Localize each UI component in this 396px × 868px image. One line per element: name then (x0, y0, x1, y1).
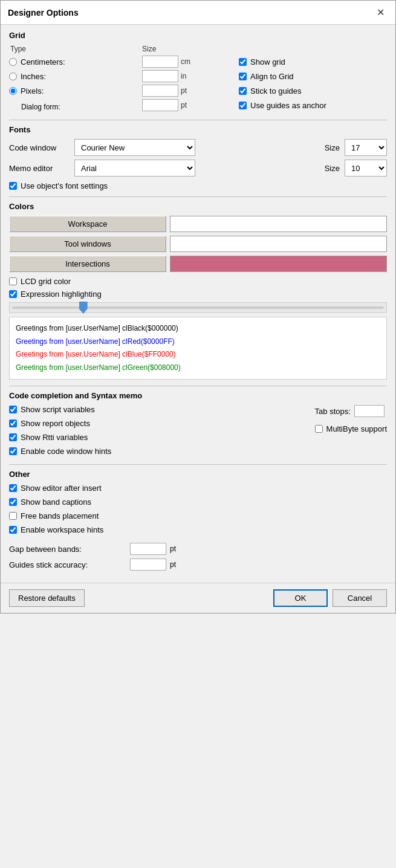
show-rtti-checkbox[interactable] (9, 433, 17, 441)
workspace-color-btn[interactable]: Workspace (9, 216, 166, 232)
designer-options-dialog: Designer Options ✕ Grid Type Size (0, 0, 396, 614)
memo-size-select[interactable]: 10 12 14 (345, 160, 387, 177)
guides-accuracy-label: Guides stick accuracy: (9, 560, 130, 569)
colors-section: Colors Workspace Tool windows Intersecti… (9, 202, 387, 380)
gap-unit: pt (170, 545, 176, 553)
free-bands-checkbox[interactable] (9, 512, 17, 520)
show-script-checkbox[interactable] (9, 406, 17, 413)
tab-stops-input[interactable]: 2 (354, 405, 385, 417)
memo-font-select[interactable]: Arial Courier New Times New Roman (74, 160, 195, 177)
dialog-footer: Restore defaults OK Cancel (1, 583, 395, 613)
workspace-color-swatch (170, 216, 387, 232)
show-editor-label: Show editor after insert (21, 484, 102, 493)
show-editor-checkbox[interactable] (9, 484, 17, 492)
use-guides-row: Use guides as anchor (239, 99, 387, 111)
code-completion-section: Code completion and Syntax memo Show scr… (9, 391, 387, 458)
dialog-size-input[interactable]: 4 (142, 99, 178, 111)
multibyte-row: MultiByte support (315, 424, 387, 433)
show-editor-row: Show editor after insert (9, 484, 387, 493)
expr-highlighting-checkbox[interactable] (9, 290, 17, 298)
use-guides-checkbox[interactable] (239, 102, 247, 109)
show-rtti-label: Show Rtti variables (21, 433, 88, 442)
dialog-size-row: 4 pt (142, 99, 239, 111)
gap-fields: Gap between bands: 4 pt Guides stick acc… (9, 543, 387, 571)
lcd-row: LCD grid color (9, 277, 387, 286)
enable-hints-checkbox[interactable] (9, 447, 17, 455)
stick-guides-row: Stick to guides (239, 85, 387, 97)
grid-section-label: Grid (9, 31, 387, 40)
align-grid-label: Align to Grid (250, 72, 294, 81)
title-bar: Designer Options ✕ (1, 1, 395, 25)
ok-button[interactable]: OK (273, 589, 328, 607)
intersections-color-btn[interactable]: Intersections (9, 256, 166, 272)
tab-stops-label: Tab stops: (315, 407, 351, 416)
pixels-radio[interactable] (9, 87, 17, 95)
close-button[interactable]: ✕ (373, 5, 388, 19)
pt-unit1: pt (181, 86, 193, 95)
gap-bands-row: Gap between bands: 4 pt (9, 543, 387, 555)
dialog-form-row: Dialog form: (9, 100, 142, 114)
cc-section-label: Code completion and Syntax memo (9, 391, 387, 400)
other-options: Show editor after insert Show band capti… (9, 484, 387, 537)
show-report-checkbox[interactable] (9, 419, 17, 427)
cm-size-input[interactable]: 0.1 (142, 56, 178, 68)
cancel-button[interactable]: Cancel (333, 589, 387, 607)
slider-thumb[interactable] (79, 302, 88, 314)
px-size-row: 4 pt (142, 85, 239, 97)
use-obj-font-label: Use object's font settings (21, 181, 108, 190)
gap-bands-input[interactable]: 4 (130, 543, 166, 555)
enable-workspace-checkbox[interactable] (9, 526, 17, 534)
stick-guides-label: Stick to guides (250, 86, 302, 96)
dialog-form-label: Dialog form: (21, 103, 60, 111)
fonts-grid: Code window Courier New Arial Times New … (9, 139, 387, 190)
cm-unit: cm (181, 57, 193, 66)
multibyte-checkbox[interactable] (315, 425, 323, 433)
show-grid-checkbox[interactable] (239, 58, 247, 66)
centimeters-row: Centimeters: (9, 56, 142, 68)
expr-row: Expression highlighting (9, 290, 387, 299)
show-grid-label: Show grid (250, 57, 285, 66)
dialog-title: Designer Options (8, 8, 79, 18)
lcd-grid-label: LCD grid color (21, 277, 71, 286)
use-obj-font-checkbox[interactable] (9, 182, 17, 190)
show-band-checkbox[interactable] (9, 498, 17, 506)
align-grid-checkbox[interactable] (239, 73, 247, 80)
centimeters-radio[interactable] (9, 58, 17, 66)
align-grid-row: Align to Grid (239, 70, 387, 82)
other-section: Other Show editor after insert Show band… (9, 470, 387, 571)
in-size-input[interactable]: 0.1 (142, 70, 178, 82)
show-script-label: Show script variables (21, 405, 95, 414)
px-size-input[interactable]: 4 (142, 85, 178, 97)
enable-workspace-row: Enable workspace hints (9, 525, 387, 534)
show-report-row: Show report objects (9, 419, 303, 428)
code-window-label: Code window (9, 143, 70, 152)
in-size-row: 0.1 in (142, 70, 239, 82)
show-rtti-row: Show Rtti variables (9, 433, 303, 442)
colors-grid: Workspace Tool windows Intersections (9, 216, 387, 272)
intersections-color-swatch (170, 256, 387, 272)
cc-content: Show script variables Show report object… (9, 405, 387, 458)
gap-bands-label: Gap between bands: (9, 545, 130, 554)
lcd-grid-checkbox[interactable] (9, 277, 17, 285)
inches-label: Inches: (21, 72, 46, 81)
expr-line-red: Greetings from [user.UserName] clRed($00… (16, 335, 380, 349)
guides-accuracy-input[interactable]: 1.5 (130, 559, 166, 571)
size-header: Size (142, 45, 239, 53)
restore-defaults-button[interactable]: Restore defaults (9, 589, 85, 607)
code-font-select[interactable]: Courier New Arial Times New Roman (74, 139, 195, 156)
enable-workspace-label: Enable workspace hints (21, 525, 103, 534)
stick-guides-checkbox[interactable] (239, 87, 247, 95)
use-obj-row: Use object's font settings (9, 181, 387, 190)
expr-slider-container (9, 302, 387, 313)
tab-stops-row: Tab stops: 2 (315, 405, 385, 417)
free-bands-label: Free bands placement (21, 511, 99, 520)
tool-windows-color-btn[interactable]: Tool windows (9, 236, 166, 252)
grid-section: Grid Type Size Centimeters: (9, 31, 387, 114)
guides-unit: pt (170, 560, 176, 569)
show-script-row: Show script variables (9, 405, 303, 414)
in-unit: in (181, 72, 193, 80)
expr-line-blue: Greetings from [user.UserName] clBlue($F… (16, 348, 380, 361)
inches-radio[interactable] (9, 73, 17, 80)
code-size-select[interactable]: 17 10 12 (345, 139, 387, 156)
centimeters-label: Centimeters: (21, 57, 65, 66)
